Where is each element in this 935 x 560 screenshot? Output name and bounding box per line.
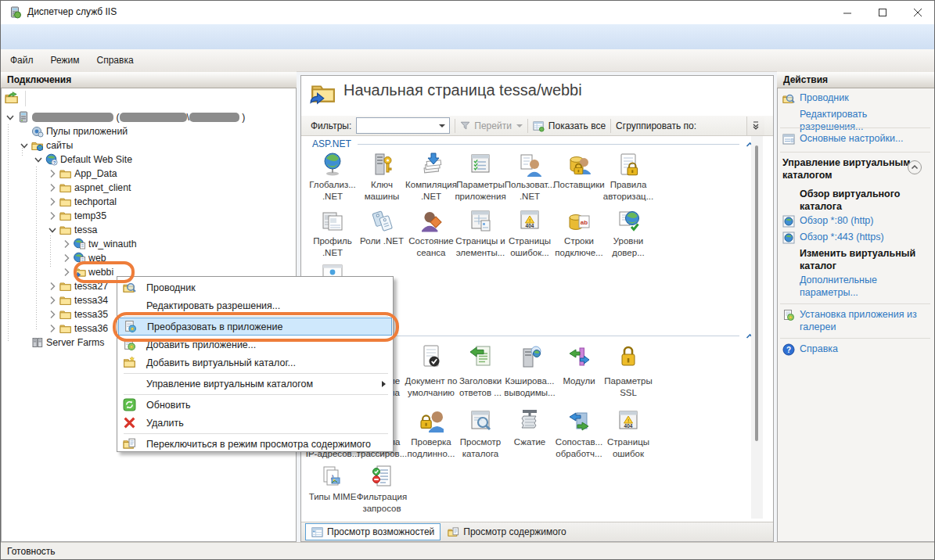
feature-tile[interactable]: !404 xyxy=(502,208,557,235)
feature-tile[interactable] xyxy=(354,208,409,235)
tree-item-server[interactable]: (\ ) xyxy=(1,110,296,124)
menu-bar: Файл Режим Справка xyxy=(1,49,935,72)
feature-tile[interactable] xyxy=(453,152,508,178)
feature-tile[interactable] xyxy=(404,208,459,235)
tree-expander-right-icon[interactable] xyxy=(46,167,59,180)
tree-expander-right-icon[interactable] xyxy=(46,308,59,321)
tree-expander-right-icon[interactable] xyxy=(46,210,59,222)
tree-item-web[interactable]: web xyxy=(1,251,296,265)
feature-tile[interactable] xyxy=(404,152,459,178)
tree-expander-right-icon[interactable] xyxy=(46,294,59,307)
context-menu-item[interactable]: Управление виртуальным каталогом xyxy=(118,375,392,393)
tree-expander-right-icon[interactable] xyxy=(60,266,73,278)
feature-tile-label: Страницыошибок xyxy=(595,436,661,460)
context-menu-item[interactable]: Проводник xyxy=(118,278,392,296)
feature-tile[interactable] xyxy=(601,344,656,371)
webapp-icon xyxy=(74,252,86,264)
window-title: Диспетчер служб IIS xyxy=(27,6,117,17)
filter-overflow-button[interactable] xyxy=(746,117,764,135)
action-item[interactable]: Основные настройки... xyxy=(777,132,933,145)
feature-tile[interactable] xyxy=(453,344,508,371)
tree-expander-right-icon[interactable] xyxy=(60,238,73,250)
tree-expander-down-icon[interactable] xyxy=(4,111,16,124)
content-scrollbar[interactable] xyxy=(751,136,763,519)
tree-expander-down-icon[interactable] xyxy=(46,224,59,236)
maximize-button[interactable] xyxy=(865,1,900,24)
action-item[interactable]: Дополнительныепараметры... xyxy=(777,274,933,299)
feature-tile[interactable] xyxy=(404,344,459,371)
context-menu-item[interactable]: Редактировать разрешения... xyxy=(118,296,392,314)
tree-item--[interactable]: Пулы приложений xyxy=(1,124,296,138)
feature-tile[interactable] xyxy=(453,208,508,235)
tree-expander-right-icon[interactable] xyxy=(46,322,59,335)
context-menu-item[interactable]: Добавить приложение... xyxy=(118,336,392,354)
feature-tile[interactable] xyxy=(502,408,557,435)
feature-tile[interactable] xyxy=(305,152,360,178)
tree-item-default-web-site[interactable]: ?Default Web Site xyxy=(1,153,296,167)
tree-item-techportal[interactable]: techportal xyxy=(1,195,296,209)
group-collapse-button[interactable] xyxy=(907,160,922,178)
tree-item-temp35[interactable]: temp35 xyxy=(1,209,296,223)
tree-expander-right-icon[interactable] xyxy=(46,196,59,208)
tree-item-label: tessa36 xyxy=(74,323,108,334)
context-menu-item[interactable]: Обновить xyxy=(118,396,392,414)
feature-tile[interactable] xyxy=(502,152,557,178)
tree-expander-right-icon[interactable] xyxy=(60,252,73,264)
feature-tile[interactable] xyxy=(601,208,656,235)
filter-combobox[interactable] xyxy=(356,117,450,134)
menu-file[interactable]: Файл xyxy=(2,55,41,66)
feature-tile[interactable] xyxy=(305,208,360,235)
feature-tile[interactable] xyxy=(601,152,656,178)
tree-item-app-data[interactable]: App_Data xyxy=(1,167,296,181)
action-item[interactable]: ?Справка xyxy=(777,343,933,355)
feature-tile[interactable] xyxy=(552,152,606,178)
feature-tile[interactable] xyxy=(354,464,409,490)
tree-expander-down-icon[interactable] xyxy=(18,139,31,152)
context-menu-item[interactable]: Добавить виртуальный каталог... xyxy=(118,354,392,372)
feature-tile[interactable] xyxy=(552,344,606,371)
tree-item-label: App_Data xyxy=(74,168,117,179)
tree-item-aspnet-client[interactable]: aspnet_client xyxy=(1,181,296,195)
context-menu-item[interactable]: Удалить xyxy=(118,414,392,432)
submenu-arrow-icon xyxy=(382,381,386,387)
tree-expander-down-icon[interactable] xyxy=(32,153,45,166)
feature-tile[interactable] xyxy=(552,408,606,435)
action-item[interactable]: Проводник xyxy=(777,92,933,104)
tree-expander-right-icon[interactable] xyxy=(46,181,59,194)
show-all-button[interactable]: Показать все xyxy=(548,120,606,131)
add-app-icon xyxy=(123,338,137,352)
menu-help[interactable]: Справка xyxy=(89,55,142,66)
feature-tile[interactable]: !404 xyxy=(601,408,656,435)
feature-tile[interactable] xyxy=(453,408,508,435)
tree-item--[interactable]: сайты xyxy=(1,138,296,153)
go-button[interactable]: Перейти xyxy=(474,120,512,131)
close-icon xyxy=(913,8,922,17)
connect-toolbar-button[interactable] xyxy=(5,91,20,106)
menu-view[interactable]: Режим xyxy=(43,55,88,66)
tab-content-view[interactable]: Просмотр содержимого xyxy=(442,524,571,540)
feature-tile[interactable]: ab xyxy=(552,208,606,235)
feature-tile[interactable]: ♪ xyxy=(305,464,360,490)
context-menu-item[interactable]: Переключиться в режим просмотра содержим… xyxy=(118,435,392,453)
tree-expander-right-icon[interactable] xyxy=(46,280,59,293)
go-dropdown-arrow[interactable] xyxy=(516,124,523,127)
action-item[interactable]: Установка приложения изгалереи xyxy=(777,308,933,333)
close-button[interactable] xyxy=(900,1,935,24)
scrollbar-thumb[interactable] xyxy=(755,145,758,441)
tree-item-tessa[interactable]: tessa xyxy=(1,223,296,237)
feature-tile[interactable] xyxy=(502,344,557,371)
tree-item-tw-winauth[interactable]: tw_winauth xyxy=(1,237,296,251)
actions-separator xyxy=(780,338,930,339)
action-item[interactable]: Обзор *:443 (https) xyxy=(777,231,933,243)
minimize-button[interactable] xyxy=(829,1,865,24)
tab-features-view[interactable]: Просмотр возможностей xyxy=(305,523,441,540)
action-item-label: Обзор *:80 (http) xyxy=(800,214,933,227)
response-headers-icon xyxy=(468,344,493,369)
feature-tile[interactable] xyxy=(404,408,459,435)
action-item[interactable]: Обзор *:80 (http) xyxy=(777,214,933,227)
feature-tile[interactable] xyxy=(354,152,409,178)
action-item-label: каталог xyxy=(800,260,933,272)
context-menu-item[interactable]: Преобразовать в приложение xyxy=(118,318,392,336)
connections-header: Подключения xyxy=(1,71,297,88)
action-item[interactable]: Редактировать разрешения... xyxy=(777,108,933,133)
